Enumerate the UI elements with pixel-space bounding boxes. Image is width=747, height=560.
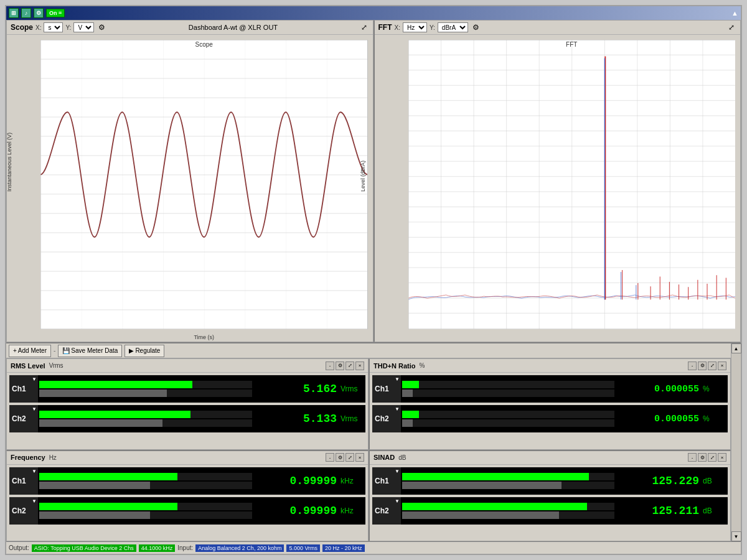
thdn-ch2-dropdown[interactable]: ▼ [395,405,401,432]
sinad-ch2-label: Ch2 [372,497,395,525]
thdn-dash-btn[interactable]: - [688,362,697,370]
rms-title: RMS Level [11,362,45,370]
title-bar-right: ▲ [731,9,738,17]
rms-ch2-bar2 [39,419,252,427]
title-bar: ⊞ ♪ ⚙ On = ▲ [6,6,741,20]
thdn-ch1-bar2 [402,390,614,397]
rms-ch2-value: 5.133 [253,413,341,425]
scope-svg: 14 12 10 8 6 4 2 0 -2 -4 -6 -8 -10 -12 [40,40,368,329]
sinad-ch2-bar1-fill [402,503,587,510]
sinad-ch1-row: Ch1 ▼ 125.229 dB [372,467,728,495]
scope-chart-inner: Scope [40,40,368,329]
fft-x-label: X: [395,24,400,31]
scope-chart-wrapper: Instantaneous Level (V) Scope [7,35,373,342]
rms-ch2-bars [38,405,253,432]
freq-dash-btn[interactable]: - [326,453,334,462]
rms-ch1-unit: Vrms [341,385,365,393]
fft-panel: FFT X: Hz Y: dBrA ⚙ ⤢ Level (dBrA) FFT [374,20,741,342]
sinad-ch1-bar2 [402,482,614,489]
save-icon: 💾 [62,347,70,354]
rms-expand-btn[interactable]: ⤢ [345,362,354,370]
sinad-ch1-bar2-fill [402,482,561,489]
sinad-ch1-dropdown[interactable]: ▼ [395,467,401,495]
rms-cfg-btn[interactable]: ⚙ [336,362,344,370]
fft-config-icon[interactable]: ⚙ [471,23,481,32]
thdn-header: THD+N Ratio % - ⚙ ⤢ × [370,359,730,373]
freq-ch1-dropdown[interactable]: ▼ [32,467,38,495]
thdn-controls: - ⚙ ⤢ × [688,362,726,370]
freq-ch2-dropdown[interactable]: ▼ [32,497,38,525]
thdn-ch1-value: 0.000055 [616,384,703,394]
rms-ch1-value: 5.162 [253,383,341,395]
sinad-ch2-dropdown[interactable]: ▼ [395,497,401,525]
scroll-down-btn[interactable]: ▼ [731,531,741,541]
sinad-ch2-value: 125.211 [616,505,703,517]
scope-header: Scope X: s Y: V ⚙ Dashboard A-wt @ XLR O… [7,21,373,35]
rms-close-btn[interactable]: × [355,362,364,370]
sinad-header: SINAD dB - ⚙ ⤢ × [370,451,730,465]
thdn-cfg-btn[interactable]: ⚙ [698,362,707,370]
thdn-panel: THD+N Ratio % - ⚙ ⤢ × Ch1 ▼ [369,358,731,450]
thdn-ch1-dropdown[interactable]: ▼ [395,375,401,403]
grid-icon: ⊞ [9,8,19,18]
scope-title: Scope [11,23,33,32]
freq-ch1-label: Ch1 [9,467,32,495]
fft-x-select[interactable]: Hz [403,22,427,32]
thdn-ch2-bar1 [402,411,614,418]
thdn-ch1-bar1-fill [402,381,419,388]
meters-toolbar: + Add Meter - 💾 Save Meter Data ▶ Regula… [6,343,731,358]
thdn-expand-btn[interactable]: ⤢ [708,362,716,370]
on-badge[interactable]: On = [46,9,65,17]
scope-expand-icon[interactable]: ⤢ [359,23,369,32]
input-range-badge: 20 Hz - 20 kHz [322,544,365,552]
scope-x-axis-label: Time (s) [194,334,214,340]
thdn-close-btn[interactable]: × [718,362,726,370]
scope-config-icon[interactable]: ⚙ [96,23,107,32]
scroll-up-btn[interactable]: ▲ [731,343,741,353]
freq-header: Frequency Hz - ⚙ ⤢ × [7,451,368,465]
save-meter-button[interactable]: 💾 Save Meter Data [58,345,122,357]
thdn-ch1-bar1 [402,381,614,388]
rms-ch1-bar2-fill [39,390,167,397]
rms-ch2-label: Ch2 [9,405,32,432]
freq-close-btn[interactable]: × [355,453,364,462]
freq-ch2-row: Ch2 ▼ 0.99999 kHz [9,497,365,525]
regulate-button[interactable]: ▶ Regulate [125,345,164,357]
freq-ch2-unit: kHz [341,506,365,515]
sinad-dash-btn[interactable]: - [688,453,697,462]
output-device-badge: ASIO: Topping USB Audio Device 2 Chs [32,544,136,552]
scope-x-select[interactable]: s [44,22,63,32]
fft-y-axis-label: Level (dBrA) [360,160,366,191]
fft-expand-icon[interactable]: ⤢ [726,23,736,32]
scope-chart-title: Scope [195,41,213,48]
freq-ch1-unit: kHz [341,477,365,485]
freq-cfg-btn[interactable]: ⚙ [336,453,344,462]
freq-content: Ch1 ▼ 0.99999 kHz [7,465,368,541]
sinad-ch1-label: Ch1 [372,467,395,495]
freq-ch2-bar2-fill [39,511,150,519]
rms-ch1-bar1 [39,381,252,388]
rms-ch1-bars [38,375,253,403]
scope-x-label: X: [35,24,41,31]
scope-y-select[interactable]: V [73,22,94,32]
freq-expand-btn[interactable]: ⤢ [345,453,354,462]
sinad-expand-btn[interactable]: ⤢ [708,453,716,462]
freq-ch2-bar2 [39,511,252,519]
thdn-ch1-bar2-fill [402,390,413,397]
thdn-ch2-row: Ch2 ▼ 0.000055 % [372,405,728,432]
add-meter-button[interactable]: + Add Meter [9,345,51,357]
add-meter-label: Add Meter [18,347,47,354]
rms-ch2-dropdown[interactable]: ▼ [32,405,38,432]
separator: - [54,347,55,354]
regulate-label: Regulate [135,347,160,354]
freq-ch1-bar2-fill [39,482,150,489]
rms-dash-btn[interactable]: - [326,362,334,370]
freq-ch2-bars [38,497,253,525]
rms-ch1-dropdown[interactable]: ▼ [32,375,38,403]
sinad-cfg-btn[interactable]: ⚙ [698,453,707,462]
sinad-close-btn[interactable]: × [718,453,726,462]
scrollbar-right[interactable]: ▲ ▼ [731,343,741,541]
rms-panel: RMS Level Vrms - ⚙ ⤢ × Ch1 ▼ [6,358,369,450]
freq-ch2-bar1-fill [39,503,177,510]
fft-y-select[interactable]: dBrA [438,22,468,32]
